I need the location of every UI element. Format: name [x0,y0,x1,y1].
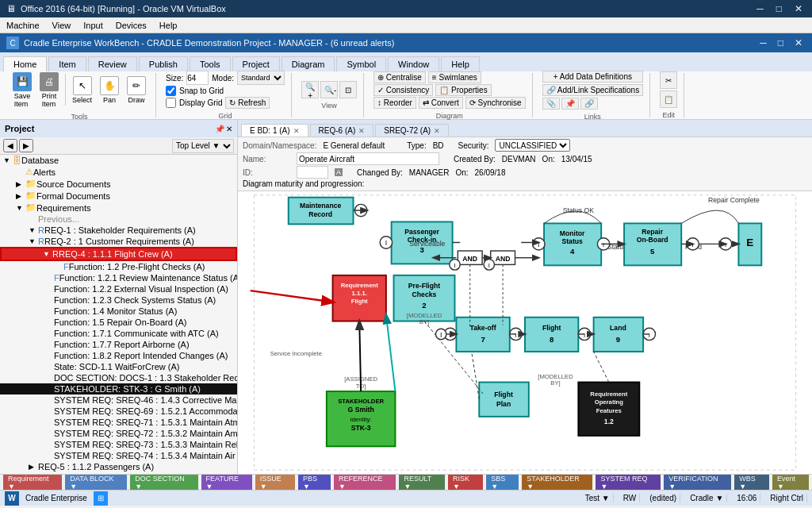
properties-btn[interactable]: 📋 Properties [435,84,491,96]
badge-stakeholder[interactable]: STAKEHOLDER ▼ [522,474,592,490]
badge-event[interactable]: Event ▼ [772,474,809,490]
tree-nav-forward[interactable]: ▶ [19,139,33,152]
tab-help[interactable]: Help [441,56,480,71]
link-btn1[interactable]: 📎 [542,98,560,110]
tree-item-s1[interactable]: State: SCD-1.1 WaitForCrew (A) [0,361,237,372]
display-grid-cb[interactable] [166,98,176,108]
panel-close-btn[interactable]: ✕ [226,125,232,133]
tree-item-sysreq1[interactable]: SYSTEM REQ: SREQ-46 : 1.4.3 Corrective M… [0,394,237,406]
tab-window[interactable]: Window [388,56,439,71]
tree-item-sysreq5[interactable]: SYSTEM REQ: SREQ-73 : 1.5.3.3 Maintain R… [0,439,237,450]
diagram-area[interactable]: Maintenance Record I Passenger Check-in … [238,191,812,474]
add-link-spec-btn[interactable]: 🔗 Add/Link Specifications [542,84,644,96]
app-close-btn[interactable]: ✕ [791,37,806,48]
tree-item-f6[interactable]: Function: 1.5 Repair On-Board (A) [0,317,237,328]
zoom-out-btn[interactable]: 🔍- [320,81,338,98]
tree-item-req5[interactable]: ▶ REQ-5 : 1.1.2 Passengers (A) [0,461,237,472]
tree-item-req1[interactable]: ▼ R REQ-1 : Stakeholder Requirements (A) [0,225,237,236]
tab-bd1[interactable]: E BD: 1 (A) ✕ [241,124,308,137]
select-btn[interactable]: ↖ Select [69,75,95,106]
badge-feature[interactable]: FEATURE ▼ [201,474,252,490]
tab-diagram[interactable]: Diagram [282,56,335,71]
mode-select[interactable]: Standard [237,71,285,85]
badge-verification[interactable]: VERIFICATION ▼ [664,474,731,490]
tab-req6-close[interactable]: ✕ [358,127,365,135]
tab-home[interactable]: Home [3,56,47,71]
toggle-req1[interactable]: ▼ [29,226,38,234]
badge-result[interactable]: RESULT ▼ [399,474,445,490]
tab-bd1-close[interactable]: ✕ [293,127,300,135]
toggle-req5[interactable]: ▶ [29,463,38,471]
tab-req6[interactable]: REQ-6 (A) ✕ [310,124,374,137]
synchronise-btn[interactable]: ⟳ Synchronise [465,97,526,109]
tree-item-req2[interactable]: ▼ R REQ-2 : 1 Customer Requirements (A) [0,236,237,247]
print-item-btn[interactable]: 🖨 PrintItem [36,71,62,110]
centralise-btn[interactable]: ⊕ Centralise [373,71,426,83]
tab-review[interactable]: Review [88,56,137,71]
app-maximize-btn[interactable]: □ [775,37,787,48]
toggle-req2[interactable]: ▼ [29,237,38,245]
tree-item-sysreq6[interactable]: SYSTEM REQ: SREQ-74 : 1.5.3.4 Maintain A… [0,450,237,461]
os-maximize-btn[interactable]: □ [773,3,785,14]
zoom-in-btn[interactable]: 🔍+ [301,81,319,98]
badge-sbs[interactable]: SBS ▼ [486,474,519,490]
id-btn[interactable]: A [335,168,343,176]
badge-wbs[interactable]: WBS ▼ [734,474,769,490]
pan-btn[interactable]: ✋ Pan [97,75,122,106]
bottom-test[interactable]: Test ▼ [582,494,614,502]
menu-view[interactable]: View [46,19,78,32]
badge-issue[interactable]: ISSUE ▼ [255,474,295,490]
tree-item-f9[interactable]: Function: 1.8.2 Report Intended Changes … [0,350,237,361]
name-input[interactable] [297,152,439,165]
tree-item-f2[interactable]: F Function: 1.2.1 Review Maintenance Sta… [0,272,237,283]
tree-nav-back[interactable]: ◀ [3,139,17,152]
tree-item-stk1[interactable]: STAKEHOLDER: STK-3 : G Smith (A) [0,383,237,394]
toggle-reqs[interactable]: ▼ [16,204,25,212]
tree-item-reqs[interactable]: ▼ 📁 Requirements [0,202,237,214]
tree-item-database[interactable]: ▼ 🗄 Database [0,155,237,166]
edit-btn2[interactable]: 📋 [660,90,677,108]
tree-item-doc1[interactable]: DOC SECTION: DOCS-1 : 1.3 Stakeholder Re… [0,372,237,383]
tree-item-source[interactable]: ▶ 📁 Source Documents [0,178,237,190]
save-item-btn[interactable]: 💾 SaveItem [10,71,35,110]
badge-reference[interactable]: REFERENCE ▼ [334,474,396,490]
badge-pbs[interactable]: PBS ▼ [298,474,331,490]
refresh-btn[interactable]: ↻ Refresh [225,97,270,109]
menu-help[interactable]: Help [153,19,184,32]
tree-item-alerts[interactable]: ⚠ Alerts [0,166,237,178]
tree-item-sysreq4[interactable]: SYSTEM REQ: SREQ-72 : 1.5.3.2 Maintain A… [0,428,237,439]
tree-item-f3[interactable]: Function: 1.2.2 External Visual Inspecti… [0,283,237,294]
tab-sreq72-close[interactable]: ✕ [434,127,440,135]
tab-item[interactable]: Item [48,56,86,71]
tree-item-formal[interactable]: ▶ 📁 Formal Documents [0,190,237,202]
tree-item-f4[interactable]: Function: 1.2.3 Check Systems Status (A) [0,294,237,306]
toggle-req4[interactable]: ▼ [43,250,52,258]
tab-publish[interactable]: Publish [139,56,188,71]
swimlanes-btn[interactable]: ≡ Swimlanes [428,71,481,83]
tab-symbol[interactable]: Symbol [336,56,386,71]
tree-item-req8[interactable]: ▶ REQ-8 : 1.2 Operating Features (A) [0,472,237,474]
tree-item-f5[interactable]: Function: 1.4 Monitor Status (A) [0,306,237,317]
panel-pin-btn[interactable]: 📌 [215,125,224,133]
menu-devices[interactable]: Devices [109,19,153,32]
zoom-fit-btn[interactable]: ⊡ [339,81,357,98]
toggle-database[interactable]: ▼ [3,156,13,164]
add-data-def-btn[interactable]: + Add Data Definitions [542,71,644,83]
level-select[interactable]: Top Level ▼ [172,139,234,153]
id-input[interactable] [297,166,328,179]
menu-input[interactable]: Input [77,19,109,32]
tree-item-req4[interactable]: ▼ R REQ-4 : 1.1.1 Flight Crew (A) [0,247,237,261]
snap-to-grid-cb[interactable] [166,86,176,96]
tree-item-f8[interactable]: Function: 1.7.7 Report Airborne (A) [0,339,237,350]
badge-doc-section[interactable]: DOC SECTION ▼ [130,474,197,490]
reorder-btn[interactable]: ↕ Reorder [373,97,416,109]
bottom-cradle[interactable]: Cradle ▼ [687,494,727,502]
tab-sreq72[interactable]: SREQ-72 (A) ✕ [375,124,449,137]
app-minimize-btn[interactable]: ─ [756,37,770,48]
link-btn3[interactable]: 🔗 [580,98,598,110]
draw-btn[interactable]: ✏ Draw [124,75,149,106]
size-input[interactable] [186,71,209,85]
os-close-btn[interactable]: ✕ [791,3,806,14]
badge-system-req[interactable]: SYSTEM REQ ▼ [596,474,661,490]
tree-item-f7[interactable]: Function: 1.7.1 Communicate with ATC (A) [0,328,237,339]
